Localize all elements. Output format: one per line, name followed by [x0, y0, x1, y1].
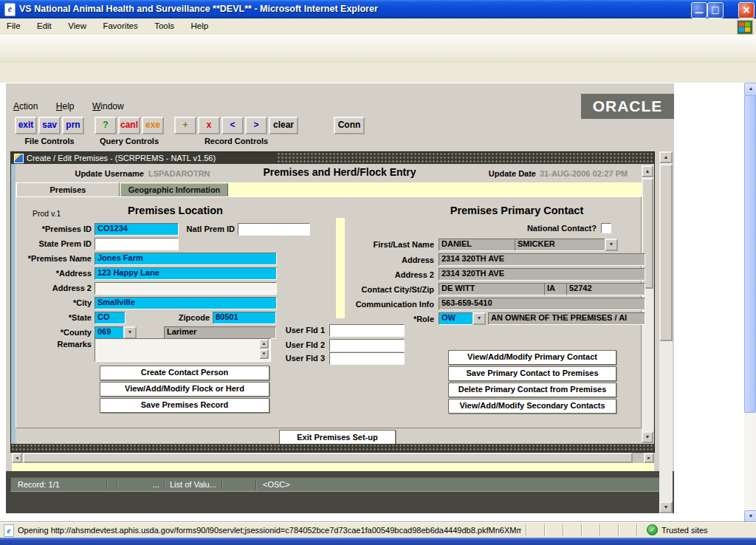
- forms-menu-action[interactable]: Action: [13, 101, 38, 112]
- browser-scrollbar-thumb[interactable]: [744, 95, 756, 413]
- tab-geographic-information[interactable]: Geographic Information: [120, 183, 228, 197]
- delete-record-button[interactable]: x: [198, 117, 220, 134]
- menu-edit[interactable]: Edit: [30, 18, 58, 30]
- menu-view[interactable]: View: [61, 18, 93, 30]
- forms-menu-window[interactable]: Window: [92, 101, 124, 112]
- natl-prem-id-field[interactable]: [238, 223, 310, 236]
- list-of-values-status: List of Valu...: [170, 480, 216, 489]
- record-controls-label: Record Controls: [193, 137, 279, 145]
- file-controls-label: File Controls: [10, 137, 89, 145]
- cancel-query-button[interactable]: canl: [118, 117, 140, 134]
- minimize-button[interactable]: —: [691, 2, 707, 18]
- national-contact-checkbox[interactable]: [601, 223, 611, 233]
- print-button-toolbar[interactable]: prn: [62, 117, 84, 134]
- update-username-label: Update Username: [55, 169, 144, 178]
- premises-name-field[interactable]: Jones Farm: [94, 253, 277, 265]
- save-button-toolbar[interactable]: sav: [38, 117, 61, 134]
- contact-zip-field[interactable]: 52742: [566, 283, 645, 295]
- communication-info-field[interactable]: 563-659-5410: [439, 298, 645, 310]
- remarks-textarea[interactable]: [94, 338, 271, 362]
- browser-menubar: File Edit View Favorites Tools Help: [0, 18, 756, 35]
- premises-address-field[interactable]: 123 Happy Lane: [94, 267, 277, 280]
- user-fld1-field[interactable]: [329, 324, 405, 337]
- national-contact-label: National Contact?: [509, 224, 597, 233]
- menu-tools[interactable]: Tools: [148, 18, 181, 30]
- contact-state-field[interactable]: IA: [544, 283, 568, 295]
- premises-address2-field[interactable]: [94, 282, 277, 295]
- contact-city-field[interactable]: DE WITT: [439, 283, 546, 295]
- zipcode-field[interactable]: 80501: [213, 312, 276, 324]
- save-premises-record-button[interactable]: Save Premises Record: [100, 398, 269, 413]
- role-code-field[interactable]: OW: [439, 312, 475, 325]
- forms-statusbar: [10, 477, 666, 492]
- exit-premises-setup-button[interactable]: Exit Premises Set-up: [279, 430, 396, 445]
- browser-scroll-up-icon[interactable]: ▲: [744, 83, 756, 96]
- contact-address2-label: Address 2: [317, 270, 434, 279]
- contact-address-field[interactable]: 2314 320TH AVE: [439, 253, 645, 266]
- exit-button-toolbar[interactable]: exit: [15, 117, 37, 134]
- form-scroll-up-icon[interactable]: ▲: [642, 165, 653, 177]
- statusbar-separator: [117, 480, 117, 490]
- forms-menu-help[interactable]: Help: [56, 101, 75, 112]
- add-record-button[interactable]: +: [174, 117, 196, 134]
- form-window-titlebar[interactable]: Create / Edit Premises - (SCRPREMS - NAT…: [11, 152, 654, 164]
- titlebar-texture: [277, 152, 654, 164]
- premises-id-field[interactable]: CO1234: [94, 223, 179, 236]
- osc-status: <OSC>: [263, 480, 290, 489]
- query-controls-label: Query Controls: [90, 137, 168, 145]
- execute-query-button[interactable]: exe: [142, 117, 164, 134]
- save-primary-contact-button[interactable]: Save Primary Contact to Premises: [448, 366, 616, 381]
- first-name-field[interactable]: DANIEL: [439, 239, 518, 251]
- state-prem-id-field[interactable]: [94, 238, 179, 250]
- h-scrollbar-thumb[interactable]: [23, 453, 633, 463]
- conn-button[interactable]: Conn: [334, 117, 365, 134]
- status-pane-separator: [563, 524, 563, 535]
- form-scroll-down-icon[interactable]: ▼: [642, 431, 653, 443]
- canvas-band: [12, 463, 654, 471]
- remarks-scroll-down-icon[interactable]: ▼: [259, 349, 269, 359]
- applet-scrollbar-thumb[interactable]: [659, 164, 673, 341]
- prod-version-label: Prod v.1: [32, 209, 61, 218]
- tab-premises[interactable]: Premises: [16, 182, 120, 197]
- close-button[interactable]: ×: [738, 2, 755, 18]
- contact-city-st-zip-label: Contact City/St/Zip: [317, 285, 434, 294]
- view-add-modify-secondary-contacts-button[interactable]: View/Add/Modify Secondary Contacts: [448, 399, 616, 414]
- applet-scroll-up-icon[interactable]: ▲: [659, 151, 673, 163]
- contact-address2-field[interactable]: 2314 320TH AVE: [439, 268, 645, 281]
- next-record-button[interactable]: >: [245, 117, 267, 134]
- status-pane-separator: [636, 524, 637, 535]
- window-bottom-border: [0, 538, 756, 545]
- role-dropdown-icon[interactable]: ▼: [472, 312, 486, 325]
- county-dropdown-icon[interactable]: ▼: [123, 326, 137, 339]
- menu-file[interactable]: File: [0, 18, 27, 30]
- view-add-modify-flock-herd-button[interactable]: View/Add/Modify Flock or Herd: [100, 382, 269, 397]
- city-field[interactable]: Smallville: [94, 297, 277, 309]
- view-add-modify-primary-contact-button[interactable]: View/Add/Modify Primary Contact: [448, 350, 616, 365]
- maximize-button[interactable]: □: [707, 2, 724, 18]
- delete-primary-contact-button[interactable]: Delete Primary Contact from Premises: [448, 383, 616, 397]
- last-name-field[interactable]: SMICKER: [515, 239, 608, 251]
- state-label: *State: [7, 313, 92, 322]
- create-contact-person-button[interactable]: Create Contact Person: [100, 366, 269, 380]
- menu-favorites[interactable]: Favorites: [96, 18, 144, 30]
- form-window-icon: [14, 154, 24, 163]
- h-scroll-left-icon[interactable]: ◄: [12, 453, 22, 463]
- role-description-field: AN OWNER OF THE PREMISES / AI: [488, 312, 645, 325]
- menu-help[interactable]: Help: [185, 18, 216, 30]
- remarks-scroll-up-icon[interactable]: ▲: [259, 339, 269, 349]
- name-dropdown-icon[interactable]: ▼: [605, 239, 618, 251]
- applet-scroll-down-icon[interactable]: ▼: [659, 501, 673, 513]
- user-fld3-field[interactable]: [329, 352, 405, 365]
- county-name-field: Larimer: [164, 326, 276, 339]
- enter-query-button[interactable]: ?: [94, 117, 117, 134]
- user-fld2-field[interactable]: [329, 339, 405, 352]
- previous-record-button[interactable]: <: [221, 117, 244, 134]
- clear-button[interactable]: clear: [269, 117, 298, 134]
- user-fld1-label: User Fld 1: [279, 326, 325, 335]
- county-code-field[interactable]: 069: [94, 326, 126, 339]
- h-scroll-right-icon[interactable]: ►: [644, 453, 654, 463]
- status-loading-text: Opening http://ahsmdevtest.aphis.usda.go…: [18, 526, 521, 535]
- premises-address2-label: Address 2: [7, 284, 92, 292]
- user-fld3-label: User Fld 3: [279, 354, 325, 363]
- state-field[interactable]: CO: [94, 312, 126, 324]
